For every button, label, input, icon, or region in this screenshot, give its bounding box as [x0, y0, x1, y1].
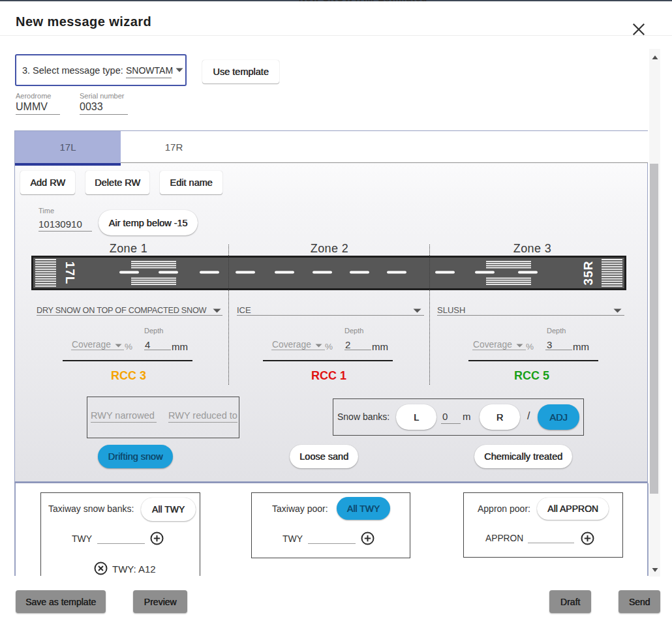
svg-text:17L: 17L	[63, 262, 76, 285]
svg-text:35R: 35R	[582, 261, 596, 286]
